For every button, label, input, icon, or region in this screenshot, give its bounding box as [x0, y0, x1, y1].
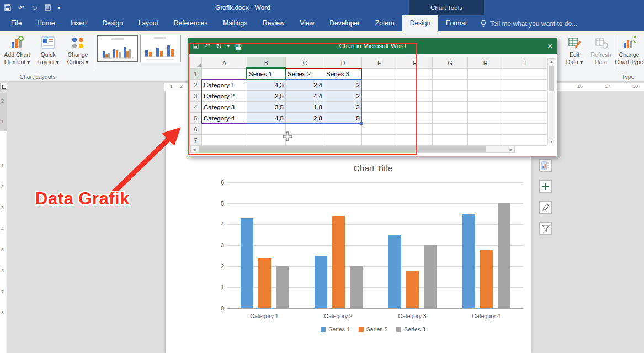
cell-G4[interactable] [433, 102, 468, 113]
group-divider [614, 35, 614, 70]
chart-layout-thumbnail-1[interactable] [97, 35, 138, 62]
tab-insert-2[interactable]: Insert [62, 15, 94, 31]
legend-swatch [321, 327, 326, 332]
column-header-G[interactable]: G [433, 57, 468, 69]
word-window: ↶ ↻ ▾ Grafik.docx - Word Chart Tools Fil… [0, 0, 644, 353]
refresh-data-button[interactable]: Refresh Data [588, 34, 614, 66]
cell-H4[interactable] [468, 102, 503, 113]
chart-elements-button[interactable] [539, 180, 552, 193]
cell-I5[interactable] [503, 113, 547, 124]
tab-view-8[interactable]: View [292, 15, 322, 31]
change-chart-type-button[interactable]: Change Chart Type [615, 34, 643, 66]
tab-design-11[interactable]: Design [402, 15, 438, 31]
customize-qat-icon[interactable]: ▾ [58, 5, 61, 10]
scroll-right-icon[interactable]: ▶ [510, 147, 513, 151]
bar-series1-cat4[interactable] [462, 214, 475, 308]
cell-G3[interactable] [433, 91, 468, 102]
bar-series1-cat3[interactable] [388, 235, 401, 308]
cell-I3[interactable] [503, 91, 547, 102]
cell-I1[interactable] [503, 69, 547, 80]
cell-G5[interactable] [433, 113, 468, 124]
tab-mailings-6[interactable]: Mailings [215, 15, 255, 31]
tab-references-5[interactable]: References [166, 15, 215, 31]
print-preview-icon[interactable] [45, 4, 51, 11]
chart-filters-button[interactable] [539, 222, 552, 235]
legend-item[interactable]: Series 2 [359, 326, 388, 333]
chart-legend[interactable]: Series 1Series 2Series 3 [215, 326, 531, 333]
bar-series2-cat1[interactable] [258, 258, 271, 308]
tab-zotero-10[interactable]: Zotero [368, 15, 402, 31]
cell-I7[interactable] [503, 135, 547, 146]
x-category-label: Category 1 [227, 313, 301, 319]
cell-G6[interactable] [433, 124, 468, 135]
ruler-number: 8 [1, 310, 4, 315]
layout-options-button[interactable] [539, 159, 552, 172]
bar-series2-cat4[interactable] [480, 250, 493, 308]
bar-series3-cat4[interactable] [498, 203, 510, 308]
change-colors-button[interactable]: Change Colors ▾ [63, 34, 92, 66]
y-tick-label: 6 [215, 179, 224, 186]
tab-stop-selector[interactable] [0, 83, 7, 90]
scroll-down-icon[interactable]: ▼ [550, 140, 553, 144]
cell-H6[interactable] [468, 124, 503, 135]
chart-styles-button[interactable] [539, 201, 552, 214]
tab-layout-4[interactable]: Layout [131, 15, 166, 31]
cell-H1[interactable] [468, 69, 503, 80]
tab-home-1[interactable]: Home [29, 15, 62, 31]
tab-developer-9[interactable]: Developer [322, 15, 368, 31]
bar-series3-cat2[interactable] [350, 266, 363, 308]
cell-G1[interactable] [433, 69, 468, 80]
edit-data-button[interactable]: Edit Data ▾ [562, 34, 587, 66]
bar-series1-cat1[interactable] [241, 218, 253, 308]
x-category-label: Category 2 [301, 313, 375, 319]
document-chart[interactable]: Chart Title Series 1Series 2Series 3 012… [215, 159, 531, 344]
legend-item[interactable]: Series 1 [321, 326, 350, 333]
ruler-number: 1 [170, 83, 173, 89]
cell-I4[interactable] [503, 102, 547, 113]
vertical-ruler[interactable]: 2112345678 [0, 93, 7, 353]
annotation-label: Data Grafik [35, 189, 130, 209]
bar-series3-cat1[interactable] [276, 266, 289, 308]
bar-series1-cat2[interactable] [315, 256, 327, 308]
add-chart-element-button[interactable]: Add Chart Element ▾ [2, 34, 32, 66]
ruler-number: 18 [632, 83, 638, 89]
quick-layout-button[interactable]: Quick Layout ▾ [34, 34, 62, 66]
x-axis-line [227, 308, 523, 309]
bar-series2-cat2[interactable] [332, 216, 345, 308]
tab-design-3[interactable]: Design [94, 15, 130, 31]
chart-layout-thumbnail-2[interactable] [140, 35, 181, 62]
change-chart-type-label: Change Chart Type [615, 51, 643, 66]
ribbon-tabs: FileHomeInsertDesignLayoutReferencesMail… [3, 15, 475, 31]
cell-G2[interactable] [433, 80, 468, 91]
column-header-H[interactable]: H [468, 57, 503, 69]
layout-options-icon [541, 161, 550, 170]
gridline [227, 266, 523, 267]
column-header-I[interactable]: I [503, 57, 547, 69]
cell-H5[interactable] [468, 113, 503, 124]
bar-series3-cat3[interactable] [424, 245, 437, 308]
tab-review-7[interactable]: Review [255, 15, 292, 31]
redo-icon[interactable]: ↻ [31, 4, 38, 12]
cell-I2[interactable] [503, 80, 547, 91]
cell-H3[interactable] [468, 91, 503, 102]
cell-H7[interactable] [468, 135, 503, 146]
save-icon[interactable] [4, 4, 11, 11]
cell-H2[interactable] [468, 80, 503, 91]
tab-file-0[interactable]: File [3, 15, 29, 31]
type-group-label: Type [613, 73, 643, 80]
chart-title[interactable]: Chart Title [215, 164, 531, 173]
ruler-number: 2 [180, 83, 183, 89]
scroll-up-icon[interactable]: ▲ [550, 60, 553, 64]
vertical-scroll-thumb[interactable] [549, 66, 554, 91]
excel-close-button[interactable]: × [547, 38, 552, 54]
cell-I6[interactable] [503, 124, 547, 135]
cell-G7[interactable] [433, 135, 468, 146]
tab-format-12[interactable]: Format [438, 15, 475, 31]
undo-icon[interactable]: ↶ [18, 4, 24, 12]
tell-me-box[interactable]: Tell me what you want to do... [480, 15, 577, 31]
bar-series2-cat3[interactable] [406, 271, 419, 308]
legend-item[interactable]: Series 3 [396, 326, 425, 333]
excel-vertical-scrollbar[interactable]: ▲ ▼ [547, 58, 555, 145]
chart-layouts-group-label: Chart Layouts [4, 73, 71, 80]
change-colors-label: Change Colors ▾ [63, 51, 92, 66]
